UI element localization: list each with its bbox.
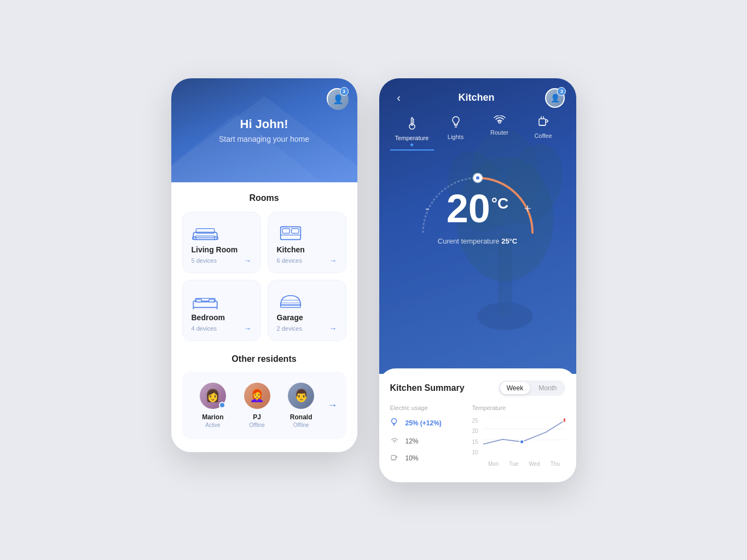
temp-plus-btn[interactable]: +	[519, 200, 536, 217]
garage-icon	[277, 291, 304, 311]
svg-rect-17	[280, 304, 300, 307]
temp-value: 20°C	[447, 189, 509, 228]
coffee-usage-icon	[390, 453, 401, 464]
room-card-garage[interactable]: Garage 2 devices →	[268, 280, 346, 341]
livingroom-arrow: →	[244, 256, 252, 265]
svg-point-27	[409, 124, 415, 129]
temp-unit: °C	[491, 195, 508, 212]
kitchen-nav: ‹ Kitchen 👤 3	[379, 78, 576, 108]
ronald-avatar: 👨	[288, 383, 314, 409]
ronald-status: Offline	[293, 422, 309, 428]
greeting-text: Hi John!	[240, 117, 288, 131]
residents-arrow[interactable]: →	[328, 400, 338, 411]
app-container: Hi John! Start managing your home 👤 3 Ro…	[149, 56, 598, 504]
coffee-icon	[538, 116, 549, 130]
kitchen-title: Kitchen	[458, 92, 494, 103]
kitchen-badge: 3	[557, 87, 566, 96]
temp-minus-btn[interactable]: -	[419, 200, 436, 217]
resident-pj[interactable]: 👩‍🦰 PJ Offline	[235, 383, 279, 428]
kitchen-arrow: →	[329, 256, 337, 265]
kitchen-summary: Kitchen Summary Week Month Electric usag…	[379, 368, 576, 482]
back-button[interactable]: ‹	[390, 91, 408, 104]
svg-rect-13	[196, 299, 201, 302]
kitchen-name: Kitchen	[277, 245, 337, 254]
garage-name: Garage	[277, 313, 337, 322]
chart-svg	[483, 418, 565, 452]
toggle-buttons: Week Month	[499, 380, 565, 396]
usage-item-coffee: 10%	[390, 453, 461, 464]
marion-avatar: 👩	[200, 383, 226, 409]
chart-x-labels: Mon Tue Wed Thu	[483, 461, 565, 467]
svg-rect-1	[195, 236, 215, 238]
summary-right: Temperature 25 20 15 10	[472, 405, 565, 471]
resident-marion[interactable]: 👩 Marion Active	[191, 383, 235, 428]
left-header-bg: Hi John! Start managing your home 👤 3	[171, 78, 357, 182]
pj-avatar: 👩‍🦰	[244, 383, 270, 409]
electric-usage-header: Electric usage	[390, 405, 461, 411]
residents-section: Other residents 👩 Marion Active 👩‍🦰 PJ	[182, 354, 346, 439]
bedroom-arrow: →	[244, 324, 252, 333]
wifi-usage: 12%	[406, 437, 419, 445]
tab-temperature-label: Temperature	[395, 135, 429, 141]
temperature-header: Temperature	[472, 405, 565, 411]
tab-router-label: Router	[490, 129, 508, 136]
svg-rect-7	[291, 228, 298, 233]
svg-point-38	[476, 176, 479, 180]
livingroom-device-count: 5 devices	[192, 257, 217, 264]
y-label-10: 10	[472, 449, 478, 455]
thermostat-value-row: - 20°C +	[419, 189, 536, 228]
tab-lights[interactable]: Lights	[434, 116, 478, 151]
phone-right: ‹ Kitchen 👤 3 Temperature	[379, 78, 576, 482]
bedroom-device-count: 4 devices	[192, 325, 217, 332]
chart-y-labels: 25 20 15 10	[472, 418, 478, 456]
y-label-25: 25	[472, 418, 478, 424]
svg-rect-42	[391, 455, 396, 460]
room-card-kitchen[interactable]: Kitchen 6 devices →	[268, 212, 346, 273]
svg-rect-28	[411, 118, 413, 125]
current-temp-value: 25°C	[501, 237, 517, 245]
thermostat-container: - 20°C + Curent temperature 25°C	[379, 151, 576, 245]
tab-coffee[interactable]: Coffee	[522, 116, 565, 151]
kitchen-avatar[interactable]: 👤 3	[545, 88, 565, 108]
header-avatar[interactable]: 👤 3	[327, 88, 348, 109]
week-toggle[interactable]: Week	[500, 382, 530, 394]
current-label-text: Curent temperature	[438, 237, 500, 245]
tab-temperature[interactable]: Temperature	[390, 116, 434, 151]
y-label-20: 20	[472, 428, 478, 434]
wifi-usage-icon	[390, 437, 401, 446]
x-label-mon: Mon	[488, 461, 499, 467]
kitchen-header: ‹ Kitchen 👤 3 Temperature	[379, 78, 576, 374]
device-tabs: Temperature Lights Router	[379, 108, 576, 151]
tab-router[interactable]: Router	[478, 116, 522, 151]
summary-left: Electric usage 25% (+12%) 12%	[390, 405, 461, 471]
y-label-15: 15	[472, 439, 478, 445]
resident-ronald[interactable]: 👨 Ronald Offline	[279, 383, 323, 428]
temperature-icon	[408, 116, 416, 132]
coffee-usage: 10%	[406, 454, 419, 462]
tab-lights-label: Lights	[448, 134, 464, 140]
subtitle-text: Start managing your home	[219, 135, 309, 143]
residents-title: Other residents	[182, 354, 346, 364]
svg-point-49	[520, 440, 524, 443]
usage-item-bulb: 25% (+12%)	[390, 418, 461, 429]
tab-coffee-label: Coffee	[534, 132, 552, 139]
x-label-wed: Wed	[529, 461, 540, 467]
kitchen-device-count: 6 devices	[277, 257, 302, 264]
temp-number: 20	[447, 187, 490, 230]
month-toggle[interactable]: Month	[532, 382, 563, 394]
bulb-usage: 25% (+12%)	[406, 419, 442, 427]
svg-rect-33	[539, 119, 546, 125]
summary-title: Kitchen Summary	[390, 383, 465, 393]
room-card-livingroom[interactable]: Living Room 5 devices →	[182, 212, 261, 273]
rooms-grid: Living Room 5 devices →	[182, 212, 346, 341]
residents-card: 👩 Marion Active 👩‍🦰 PJ Offline 👨 Ronal	[182, 372, 346, 439]
room-card-bedroom[interactable]: Bedroom 4 devices →	[182, 280, 261, 341]
bulb-icon	[390, 418, 401, 429]
summary-header: Kitchen Summary Week Month	[390, 380, 565, 396]
svg-rect-14	[209, 299, 214, 302]
kitchen-devices-row: 6 devices →	[277, 256, 337, 265]
svg-rect-6	[282, 228, 289, 233]
kitchen-icon	[277, 223, 304, 243]
garage-arrow: →	[329, 324, 337, 333]
marion-name: Marion	[202, 413, 223, 421]
